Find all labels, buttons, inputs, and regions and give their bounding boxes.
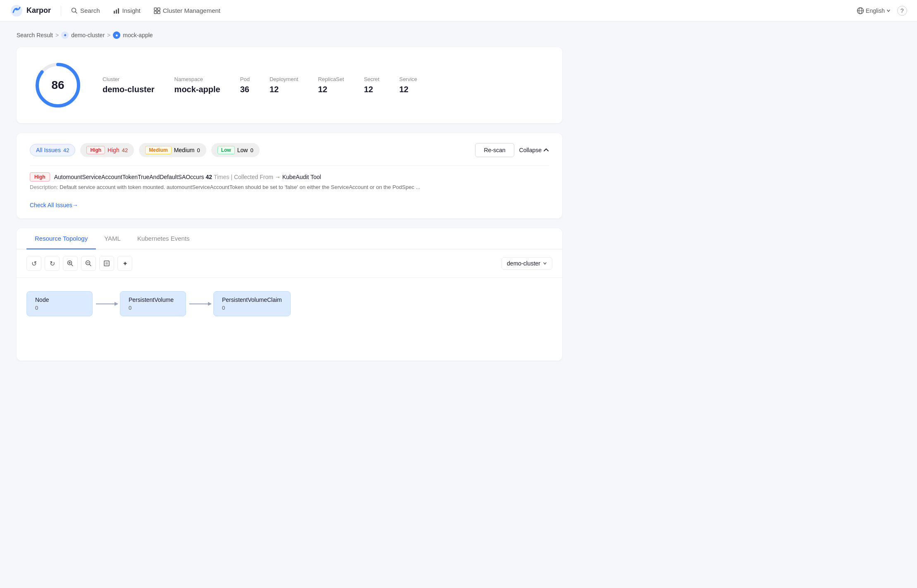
svg-point-0	[11, 5, 22, 17]
stat-secret: Secret 12	[364, 76, 380, 94]
topology-arrow-2: ▶	[186, 304, 213, 304]
cluster-icon	[154, 7, 160, 14]
score-number: 86	[51, 79, 64, 92]
topology-node-pv[interactable]: PersistentVolume 0	[120, 291, 186, 316]
svg-rect-9	[154, 11, 157, 14]
stat-cluster-value: demo-cluster	[103, 85, 155, 94]
topology-nodes: Node 0 ▶ PersistentVolume 0 ▶	[26, 291, 552, 316]
score-circle: 86	[33, 60, 83, 110]
score-card: 86 Cluster demo-cluster Namespace mock-a…	[17, 47, 562, 123]
issue-title-text: AutomountServiceAccountTokenTrueAndDefau…	[54, 174, 321, 180]
svg-line-3	[76, 12, 77, 13]
stat-service: Service 12	[399, 76, 417, 94]
stat-namespace-value: mock-apple	[174, 85, 220, 94]
toolbar-left: ↺ ↻	[26, 256, 132, 271]
topology-toolbar: ↺ ↻	[17, 249, 562, 278]
tab-yaml[interactable]: YAML	[96, 228, 129, 249]
nav-insight[interactable]: Insight	[107, 0, 147, 22]
auto-layout-button[interactable]: ✦	[117, 256, 132, 271]
issue-title: High AutomountServiceAccountTokenTrueAnd…	[30, 172, 549, 182]
cluster-chevron-icon	[543, 261, 547, 265]
zoom-out-button[interactable]	[81, 256, 96, 271]
filter-high[interactable]: High High 42	[80, 143, 134, 157]
language-icon	[857, 7, 864, 14]
breadcrumb-search-result[interactable]: Search Result	[17, 32, 53, 38]
breadcrumb-sep-2: >	[107, 32, 110, 38]
brand-name: Karpor	[26, 6, 51, 15]
svg-rect-8	[158, 8, 160, 10]
issues-header-right: Re-scan Collapse	[475, 143, 549, 157]
stat-service-value: 12	[399, 85, 417, 94]
issue-description: Description: Default service account wit…	[30, 184, 549, 190]
nav-search[interactable]: Search	[64, 0, 107, 22]
nav-divider	[61, 6, 61, 16]
filter-all-issues[interactable]: All Issues 42	[30, 144, 75, 156]
stat-cluster-label: Cluster	[103, 76, 155, 82]
svg-rect-4	[114, 11, 115, 14]
brand[interactable]: Karpor	[10, 4, 51, 17]
topology-canvas: Node 0 ▶ PersistentVolume 0 ▶	[17, 278, 562, 361]
insight-icon	[113, 7, 120, 14]
namespace-breadcrumb-icon: ●	[113, 31, 120, 39]
undo-icon: ↺	[31, 260, 37, 268]
search-icon	[71, 7, 78, 14]
tab-kubernetes-events[interactable]: Kubernetes Events	[129, 228, 198, 249]
issue-times-label: Times |	[214, 174, 234, 180]
tab-resource-topology[interactable]: Resource Topology	[26, 228, 96, 249]
cluster-selector[interactable]: demo-cluster	[501, 257, 552, 270]
zoom-in-icon	[67, 260, 74, 267]
pv-count: 0	[129, 305, 177, 311]
stat-service-label: Service	[399, 76, 417, 82]
nav-cluster-management[interactable]: Cluster Management	[147, 0, 227, 22]
svg-line-21	[90, 265, 91, 266]
svg-rect-10	[158, 11, 160, 14]
check-all-issues-link[interactable]: Check All Issues→	[30, 202, 78, 208]
main-content: Search Result > ✦ demo-cluster > ● mock-…	[0, 22, 579, 370]
breadcrumb-sep-1: >	[55, 32, 59, 38]
stat-replicaset-value: 12	[318, 85, 344, 94]
stat-deployment-label: Deployment	[270, 76, 298, 82]
undo-button[interactable]: ↺	[26, 256, 41, 271]
stat-pod-label: Pod	[240, 76, 250, 82]
stat-namespace-label: Namespace	[174, 76, 220, 82]
redo-button[interactable]: ↻	[45, 256, 60, 271]
stat-pod: Pod 36	[240, 76, 250, 94]
nav-right: English ?	[857, 6, 907, 16]
issue-row: High AutomountServiceAccountTokenTrueAnd…	[30, 165, 549, 197]
stat-cluster: Cluster demo-cluster	[103, 76, 155, 94]
fit-button[interactable]	[99, 256, 114, 271]
svg-rect-6	[118, 8, 119, 14]
topology-arrow-1: ▶	[93, 304, 120, 304]
brand-icon	[10, 4, 23, 17]
score-stats: Cluster demo-cluster Namespace mock-appl…	[103, 76, 417, 94]
stat-pod-value: 36	[240, 85, 250, 94]
breadcrumb-namespace[interactable]: mock-apple	[123, 32, 153, 38]
breadcrumb-cluster[interactable]: demo-cluster	[71, 32, 105, 38]
stat-replicaset-label: ReplicaSet	[318, 76, 344, 82]
chevron-up-icon	[543, 147, 549, 153]
zoom-out-icon	[85, 260, 92, 267]
topology-node-node[interactable]: Node 0	[26, 291, 93, 316]
cluster-breadcrumb-icon: ✦	[61, 31, 69, 39]
filter-low[interactable]: Low Low 0	[211, 143, 260, 157]
breadcrumb: Search Result > ✦ demo-cluster > ● mock-…	[17, 31, 562, 39]
zoom-in-button[interactable]	[63, 256, 78, 271]
rescan-button[interactable]: Re-scan	[475, 143, 514, 157]
issues-card: All Issues 42 High High 42 Medium Medium…	[17, 133, 562, 218]
stat-deployment: Deployment 12	[270, 76, 298, 94]
svg-rect-7	[154, 8, 157, 10]
svg-rect-24	[105, 262, 108, 265]
node-label: Node	[35, 296, 84, 303]
help-button[interactable]: ?	[897, 6, 907, 16]
language-selector[interactable]: English	[857, 7, 891, 14]
filter-medium[interactable]: Medium Medium 0	[139, 143, 206, 157]
tabs-section: Resource Topology YAML Kubernetes Events…	[17, 228, 562, 361]
topology-node-pvc[interactable]: PersistentVolumeClaim 0	[213, 291, 291, 316]
pvc-label: PersistentVolumeClaim	[222, 296, 282, 303]
pv-label: PersistentVolume	[129, 296, 177, 303]
fit-icon	[103, 260, 110, 267]
collapse-button[interactable]: Collapse	[519, 147, 549, 153]
arrow-icon: →	[275, 174, 282, 180]
redo-icon: ↻	[50, 260, 55, 268]
svg-point-1	[15, 8, 18, 10]
